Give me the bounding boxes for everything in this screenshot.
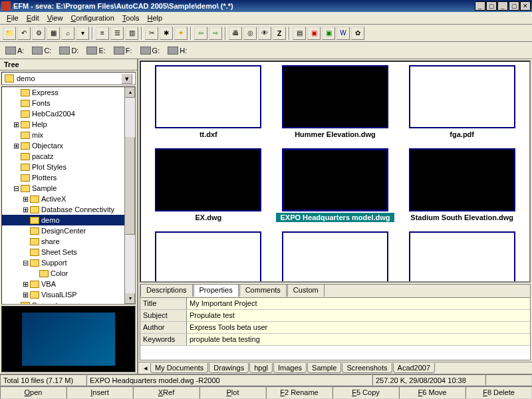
tree-node[interactable]: demo <box>2 215 135 225</box>
tool-btn[interactable]: ⇦ <box>194 27 207 40</box>
thumbnail[interactable]: 50states.plt <box>398 229 525 283</box>
tool-btn[interactable]: ✦ <box>174 27 188 40</box>
folder-tree[interactable]: ExpressFontsHebCad2004⊞Helpmix⊞Objectarx… <box>1 86 136 305</box>
tool-btn[interactable]: ▥ <box>125 27 138 40</box>
tool-btn[interactable]: 👁 <box>258 27 271 40</box>
thumbnail[interactable]: EX.dwg <box>145 146 272 229</box>
tree-node[interactable]: ⊞Help <box>2 119 135 130</box>
drive-g[interactable]: G: <box>138 47 163 55</box>
tree-node[interactable]: Support <box>2 300 135 305</box>
thumbnail-grid[interactable]: tt.dxfHummer Elevation.dwgfga.pdfEX.dwgE… <box>140 61 531 283</box>
fn-key[interactable]: Open <box>0 386 66 399</box>
tree-node[interactable]: Plotters <box>2 172 135 183</box>
thumbnail[interactable]: EXPO Headquarters model.dwg <box>272 146 399 229</box>
drive-h[interactable]: H: <box>165 47 190 55</box>
fn-key[interactable]: F6 Move <box>399 386 466 399</box>
drive-d[interactable]: D: <box>57 47 81 55</box>
tool-btn[interactable]: ⌕ <box>61 27 74 40</box>
tree-node[interactable]: ⊞ActiveX <box>2 194 135 204</box>
tool-btn[interactable]: 📁 <box>3 27 16 40</box>
menu-help[interactable]: Help <box>144 13 167 23</box>
fn-key[interactable]: Plot <box>200 386 266 399</box>
tool-btn[interactable]: 🖶 <box>229 27 242 40</box>
menu-tools[interactable]: Tools <box>118 13 144 23</box>
tree-node[interactable]: pacatz <box>2 151 135 162</box>
thumbnail[interactable]: zkl47_22.PDF <box>272 229 399 283</box>
fn-key[interactable]: XRef <box>133 386 200 399</box>
property-value[interactable]: Propulate test <box>187 310 530 321</box>
min-alt-button[interactable]: _ <box>475 1 485 11</box>
folder-tab[interactable]: Images <box>273 363 307 373</box>
property-tab-properties[interactable]: Properties <box>194 284 239 297</box>
property-value[interactable]: propulate beta testing <box>187 334 530 345</box>
tree-node[interactable]: Express <box>2 87 135 98</box>
tree-node[interactable]: ⊞VBA <box>2 279 135 289</box>
tool-btn[interactable]: ▾ <box>76 27 89 40</box>
folder-tab[interactable]: Drawings <box>209 363 249 373</box>
folder-icon <box>30 281 39 288</box>
menu-view[interactable]: View <box>43 13 67 23</box>
tool-btn[interactable]: ▦ <box>47 27 60 40</box>
fn-key[interactable]: F2 Rename <box>266 386 332 399</box>
drive-c[interactable]: C: <box>29 47 54 55</box>
property-tab-comments[interactable]: Comments <box>239 284 287 297</box>
tree-folder-combo[interactable]: demo ▾ <box>1 72 136 85</box>
property-tab-custom[interactable]: Custom <box>287 284 325 297</box>
tree-node[interactable]: ⊟Support <box>2 257 135 268</box>
tree-node[interactable]: ⊟Sample <box>2 183 135 194</box>
tree-node[interactable]: ⊞Objectarx <box>2 140 135 151</box>
tool-btn[interactable]: ⚙ <box>32 27 45 40</box>
folder-tab[interactable]: hpgl <box>249 363 273 373</box>
property-value[interactable]: Express Tools beta user <box>187 322 530 333</box>
tree-scrollbar[interactable]: ▴ ▾ <box>124 87 135 304</box>
thumbnail[interactable]: fga.pdf <box>398 63 525 146</box>
tool-btn[interactable]: W <box>336 27 350 40</box>
minimize-button[interactable]: _ <box>497 1 508 11</box>
menu-edit[interactable]: Edit <box>23 13 43 23</box>
folder-tab[interactable]: Sample <box>307 363 341 373</box>
tool-btn[interactable]: ▣ <box>322 27 335 40</box>
tool-btn[interactable]: ↶ <box>17 27 31 40</box>
tool-btn[interactable]: ◎ <box>243 27 257 40</box>
thumbnail[interactable]: tt.dxf <box>145 63 272 146</box>
tool-btn[interactable]: Z <box>273 27 286 40</box>
tool-btn[interactable]: ✂ <box>145 27 158 40</box>
thumbnail[interactable]: COLUMBIA.TIF <box>145 229 272 283</box>
menu-configuration[interactable]: Configuration <box>66 13 118 23</box>
folder-tab[interactable]: Screenshots <box>342 363 392 373</box>
drive-a[interactable]: A: <box>3 47 27 55</box>
drive-f[interactable]: F: <box>111 47 135 55</box>
property-tab-descriptions[interactable]: Descriptions <box>140 284 193 297</box>
fn-key[interactable]: Insert <box>66 386 133 399</box>
maximize-button[interactable]: ▢ <box>509 1 519 11</box>
close-button[interactable]: ✕ <box>520 1 531 11</box>
folder-tab[interactable]: Acad2007 <box>393 363 436 373</box>
thumbnail[interactable]: Hummer Elevation.dwg <box>272 63 399 146</box>
tree-node[interactable]: Fonts <box>2 98 135 108</box>
tool-btn[interactable]: ⇨ <box>209 27 222 40</box>
max-alt-button[interactable]: ▢ <box>486 1 497 11</box>
tool-btn[interactable]: ▣ <box>307 27 321 40</box>
tool-btn[interactable]: ≡ <box>96 27 109 40</box>
tree-node[interactable]: DesignCenter <box>2 225 135 236</box>
drive-e[interactable]: E: <box>84 47 108 55</box>
tree-node[interactable]: ⊞Database Connectivity <box>2 204 135 215</box>
tool-btn[interactable]: ▤ <box>293 27 306 40</box>
thumbnail[interactable]: Stadium South Elevation.dwg <box>398 146 525 229</box>
tool-btn[interactable]: ✿ <box>351 27 364 40</box>
tool-btn[interactable]: ✱ <box>160 27 173 40</box>
menu-file[interactable]: File <box>3 13 23 23</box>
tree-node[interactable]: mix <box>2 130 135 140</box>
property-value[interactable]: My Important Project <box>187 298 530 309</box>
tree-node[interactable]: share <box>2 236 135 247</box>
tool-btn[interactable]: ☰ <box>110 27 124 40</box>
folder-tab[interactable]: My Documents <box>150 363 208 373</box>
fn-key[interactable]: F8 Delete <box>466 386 532 399</box>
tree-node[interactable]: Color <box>2 268 135 279</box>
fn-key[interactable]: F5 Copy <box>332 386 399 399</box>
tree-node[interactable]: Plot Styles <box>2 162 135 172</box>
tree-node[interactable]: Sheet Sets <box>2 247 135 257</box>
tree-node[interactable]: ⊞VisualLISP <box>2 289 135 300</box>
tree-node[interactable]: HebCad2004 <box>2 108 135 119</box>
chevron-down-icon[interactable]: ▾ <box>122 74 132 84</box>
